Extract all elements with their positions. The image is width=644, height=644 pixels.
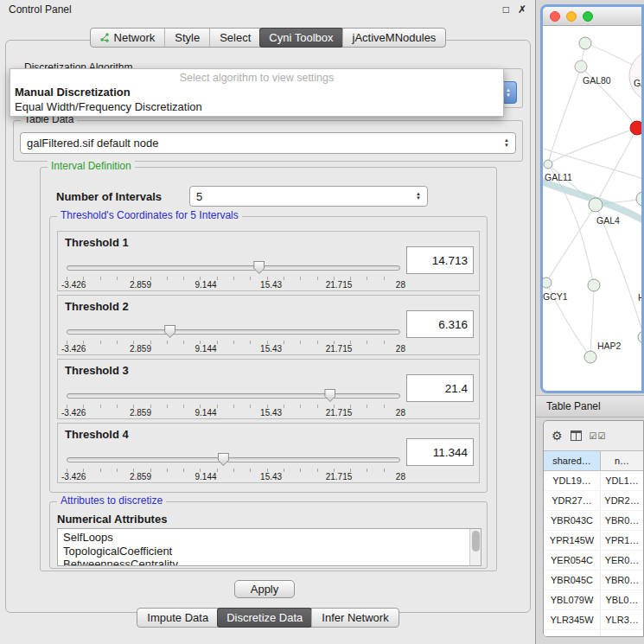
attributes-list[interactable]: SelfLoopsTopologicalCoefficientBetweenne…: [57, 528, 481, 566]
table-cell[interactable]: YLR3…: [601, 610, 643, 629]
slider-thumb[interactable]: [253, 261, 265, 274]
table-row[interactable]: YBL079WYBL0…: [544, 590, 643, 610]
columns-icon[interactable]: [571, 430, 582, 441]
table-cell[interactable]: YBR045C: [544, 571, 601, 590]
network-node[interactable]: [544, 160, 552, 169]
gear-icon[interactable]: ⚙: [552, 429, 563, 443]
node-label: GAL11: [545, 172, 572, 182]
slider-track[interactable]: [67, 457, 400, 462]
threshold-3-slider[interactable]: [67, 389, 400, 403]
table-cell[interactable]: YIL052C: [544, 630, 601, 637]
column-header-shared-name[interactable]: shared…: [544, 451, 601, 470]
table-panel-window: ⚙ ☑☑ shared… n… YDL19…YDL1…YDR27…YDR2…YB…: [543, 420, 644, 637]
table-cell[interactable]: YER054C: [544, 551, 601, 570]
table-cell[interactable]: YLR345W: [544, 610, 601, 629]
table-row[interactable]: YER054CYER0…: [544, 551, 643, 571]
tick-label: 2.859: [130, 472, 151, 481]
table-cell[interactable]: YBR043C: [544, 511, 601, 530]
slider-track[interactable]: [67, 265, 400, 271]
attribute-list-item[interactable]: BetweennessCentrality: [63, 558, 475, 566]
table-row[interactable]: YLR345WYLR3…: [544, 610, 643, 630]
control-panel-titlebar[interactable]: Control Panel □ ✗: [0, 0, 535, 19]
table-cell[interactable]: YDR27…: [544, 491, 601, 510]
network-window-titlebar[interactable]: [543, 7, 641, 26]
scrollbar-thumb[interactable]: [472, 531, 480, 552]
dropdown-option-manual-discretization[interactable]: Manual Discretization: [15, 86, 131, 99]
network-node[interactable]: [579, 37, 591, 49]
table-data-select[interactable]: galFiltered.sif default node ▲ ▼: [20, 132, 516, 154]
table-data-value: galFiltered.sif default node: [27, 137, 504, 150]
threshold-4-value-input[interactable]: [406, 438, 474, 466]
apply-button[interactable]: Apply: [234, 580, 295, 598]
slider-thumb[interactable]: [218, 453, 229, 466]
tab-network[interactable]: Network: [91, 29, 165, 47]
tab-impute-data[interactable]: Impute Data: [137, 609, 218, 627]
minimize-traffic-light-icon[interactable]: [566, 11, 577, 22]
tab-infer-network[interactable]: Infer Network: [311, 609, 398, 627]
close-window-icon[interactable]: ✗: [518, 3, 526, 16]
table-cell[interactable]: YDL1…: [601, 471, 643, 490]
threshold-1-value-input[interactable]: [406, 246, 474, 274]
threshold-3-value-input[interactable]: [406, 374, 474, 402]
table-cell[interactable]: YDR2…: [601, 491, 643, 510]
table-row[interactable]: YDL19…YDL1…: [544, 471, 643, 491]
table-cell[interactable]: YPR1…: [601, 531, 643, 550]
network-node[interactable]: [575, 61, 587, 73]
control-panel-body: Discretization Algorithm ▲ ▼ Select algo…: [5, 40, 531, 613]
table-cell[interactable]: YDL19…: [544, 471, 601, 490]
attribute-list-item[interactable]: SelfLoops: [63, 531, 475, 545]
float-window-icon[interactable]: □: [503, 3, 509, 16]
table-row[interactable]: YDR27…YDR2…: [544, 491, 643, 511]
table-cell[interactable]: YBL079W: [544, 590, 601, 609]
table-row[interactable]: YPR145WYPR1…: [544, 531, 643, 551]
threshold-4-slider[interactable]: [67, 453, 400, 467]
table-cell[interactable]: YBL0…: [601, 590, 643, 609]
table-row[interactable]: YIL052CYIL0…: [544, 630, 643, 637]
slider-track[interactable]: [67, 393, 400, 399]
top-tab-bar: Network Style Select Cyni Toolbox jActiv…: [90, 28, 447, 48]
numerical-attributes-label: Numerical Attributes: [57, 513, 167, 526]
tab-discretize-data[interactable]: Discretize Data: [217, 608, 312, 628]
table-cell[interactable]: YBR0…: [601, 511, 643, 530]
tab-select[interactable]: Select: [209, 29, 260, 47]
tab-style[interactable]: Style: [164, 29, 209, 47]
zoom-traffic-light-icon[interactable]: [583, 11, 593, 22]
network-node[interactable]: [584, 351, 596, 363]
table-cell[interactable]: YIL0…: [601, 630, 643, 637]
column-header-name[interactable]: n…: [601, 451, 643, 470]
scrollbar[interactable]: [469, 529, 481, 565]
num-intervals-select[interactable]: 5 ▲ ▼: [189, 186, 428, 207]
tab-label: Impute Data: [147, 611, 208, 624]
network-node[interactable]: [589, 198, 603, 212]
network-node[interactable]: [588, 279, 600, 291]
network-node[interactable]: [543, 277, 552, 288]
table-row[interactable]: YBR043CYBR0…: [544, 511, 643, 531]
slider-thumb[interactable]: [164, 325, 175, 338]
slider-track[interactable]: [67, 329, 400, 335]
threshold-2-value-input[interactable]: [406, 310, 474, 338]
table-row[interactable]: YBR045CYBR0…: [544, 571, 643, 590]
tab-label: Network: [114, 31, 156, 44]
threshold-1-slider[interactable]: [67, 261, 400, 275]
table-cell[interactable]: YBR0…: [601, 571, 643, 590]
dropdown-option-equal-width-frequency[interactable]: Equal Width/Frequency Discretization: [15, 100, 202, 113]
select-columns-icon[interactable]: ☑☑: [590, 431, 607, 441]
tick-label: 21.715: [326, 408, 353, 418]
tab-cyni-toolbox[interactable]: Cyni Toolbox: [259, 28, 342, 48]
threshold-2-slider[interactable]: [67, 325, 400, 339]
network-node[interactable]: [630, 121, 641, 135]
table-panel-title: Table Panel: [546, 400, 601, 412]
node-label: GAL80: [583, 75, 611, 86]
table-cell[interactable]: YPR145W: [544, 531, 601, 550]
num-intervals-value: 5: [196, 190, 416, 203]
table-cell[interactable]: YER0…: [601, 551, 643, 570]
network-node[interactable]: [636, 192, 641, 206]
network-canvas[interactable]: GAL80GAL11GAL4GCY1HAP2GAH: [543, 26, 641, 391]
network-node[interactable]: [638, 331, 641, 343]
close-traffic-light-icon[interactable]: [550, 11, 560, 22]
network-node[interactable]: [629, 50, 641, 102]
tick-label: 15.43: [260, 408, 282, 418]
attribute-list-item[interactable]: TopologicalCoefficient: [63, 545, 475, 558]
slider-thumb[interactable]: [324, 389, 335, 402]
tab-jactivemnodules[interactable]: jActiveMNodules: [342, 29, 446, 47]
